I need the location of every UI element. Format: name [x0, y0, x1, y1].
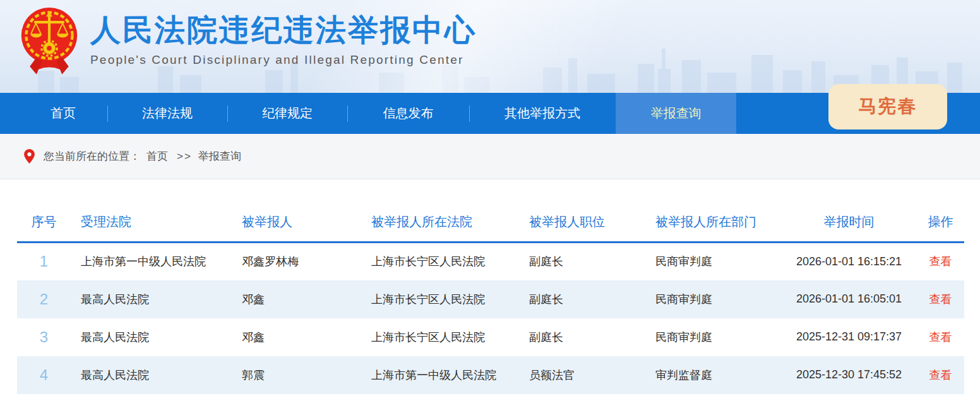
- view-link[interactable]: 查看: [929, 293, 952, 306]
- breadcrumb-separator: >>: [177, 150, 192, 163]
- column-header: 序号: [17, 210, 71, 243]
- nav-item-label: 首页: [51, 105, 76, 122]
- nav-item-label: 信息发布: [383, 105, 434, 122]
- cell-report-time: 2025-12-31 09:17:37: [781, 318, 917, 356]
- nav-item-label: 其他举报方式: [505, 105, 580, 122]
- cell-accepting-court: 最高人民法院: [71, 318, 232, 356]
- cell-person-court: 上海市第一中级人民法院: [361, 356, 519, 394]
- cell-department: 民商审判庭: [645, 280, 781, 318]
- table-row: 2 最高人民法院 邓鑫 上海市长宁区人民法院 副庭长 民商审判庭 2026-01…: [17, 280, 964, 318]
- table-row: 1 上海市第一中级人民法院 邓鑫罗林梅 上海市长宁区人民法院 副庭长 民商审判庭…: [17, 243, 964, 280]
- cell-reported-person: 邓鑫罗林梅: [232, 243, 361, 280]
- table-body: 1 上海市第一中级人民法院 邓鑫罗林梅 上海市长宁区人民法院 副庭长 民商审判庭…: [17, 243, 964, 394]
- title-block: 人民法院违纪违法举报中心 People's Court Disciplinary…: [90, 5, 477, 67]
- table-row: 3 最高人民法院 邓鑫 上海市长宁区人民法院 副庭长 民商审判庭 2025-12…: [17, 318, 964, 356]
- column-header: 被举报人: [232, 210, 361, 243]
- cell-department: 审判监督庭: [645, 356, 781, 394]
- cell-department: 民商审判庭: [645, 243, 781, 280]
- cell-reported-person: 邓鑫: [232, 280, 361, 318]
- cell-action: 查看: [917, 243, 964, 280]
- brand: 人民法院违纪违法举报中心 People's Court Disciplinary…: [18, 5, 477, 85]
- column-header: 受理法院: [71, 210, 232, 243]
- cell-no: 2: [17, 280, 71, 318]
- cell-no: 3: [17, 318, 71, 356]
- nav-item-label: 法律法规: [142, 105, 193, 122]
- column-header: 被举报人所在法院: [361, 210, 519, 243]
- location-pin-icon: [24, 149, 35, 164]
- table-header: 序号受理法院被举报人被举报人所在法院被举报人职位被举报人所在部门举报时间操作: [17, 210, 964, 243]
- cell-no: 4: [17, 356, 71, 394]
- court-emblem-logo: [18, 5, 81, 85]
- cell-report-time: 2026-01-01 16:05:01: [781, 280, 917, 318]
- cell-position: 员额法官: [519, 356, 645, 394]
- breadcrumb-prefix: 您当前所在的位置：: [44, 149, 140, 164]
- cell-accepting-court: 上海市第一中级人民法院: [71, 243, 232, 280]
- cell-action: 查看: [917, 280, 964, 318]
- nav-item[interactable]: 其他举报方式: [469, 93, 616, 134]
- cell-accepting-court: 最高人民法院: [71, 280, 232, 318]
- cell-position: 副庭长: [519, 318, 645, 356]
- view-link[interactable]: 查看: [929, 369, 952, 381]
- view-link[interactable]: 查看: [929, 331, 952, 344]
- cell-department: 民商审判庭: [645, 318, 781, 356]
- cell-report-time: 2025-12-30 17:45:52: [781, 356, 917, 394]
- nav-item-label: 举报查询: [651, 105, 702, 122]
- nav-item[interactable]: 首页: [19, 93, 107, 134]
- column-header: 操作: [917, 210, 964, 243]
- cell-person-court: 上海市长宁区人民法院: [361, 243, 519, 280]
- breadcrumb-home-link[interactable]: 首页: [146, 149, 168, 164]
- cell-person-court: 上海市长宁区人民法院: [361, 318, 519, 356]
- nav-item[interactable]: 信息发布: [347, 93, 469, 134]
- cell-position: 副庭长: [519, 243, 645, 280]
- site-title: 人民法院违纪违法举报中心: [90, 15, 477, 45]
- nav-item[interactable]: 法律法规: [107, 93, 227, 134]
- table-row: 4 最高人民法院 郭震 上海市第一中级人民法院 员额法官 审判监督庭 2025-…: [17, 356, 964, 394]
- user-badge[interactable]: 马宪春: [828, 84, 947, 129]
- cell-position: 副庭长: [519, 280, 645, 318]
- reports-table: 序号受理法院被举报人被举报人所在法院被举报人职位被举报人所在部门举报时间操作 1…: [17, 210, 964, 394]
- cell-accepting-court: 最高人民法院: [71, 356, 232, 394]
- breadcrumb: 您当前所在的位置： 首页 >> 举报查询: [0, 134, 980, 179]
- cell-reported-person: 邓鑫: [232, 318, 361, 356]
- nav-item[interactable]: 纪律规定: [227, 93, 347, 134]
- nav-item-label: 纪律规定: [262, 105, 313, 122]
- table-header-row: 序号受理法院被举报人被举报人所在法院被举报人职位被举报人所在部门举报时间操作: [17, 210, 964, 243]
- breadcrumb-current: 举报查询: [198, 149, 241, 164]
- column-header: 被举报人职位: [519, 210, 645, 243]
- site-header: 人民法院违纪违法举报中心 People's Court Disciplinary…: [0, 0, 980, 93]
- main-content: 序号受理法院被举报人被举报人所在法院被举报人职位被举报人所在部门举报时间操作 1…: [0, 179, 980, 394]
- cell-action: 查看: [917, 318, 964, 356]
- nav-item[interactable]: 举报查询: [616, 93, 736, 134]
- view-link[interactable]: 查看: [929, 255, 952, 268]
- cell-action: 查看: [917, 356, 964, 394]
- cell-person-court: 上海市长宁区人民法院: [361, 280, 519, 318]
- column-header: 举报时间: [781, 210, 917, 243]
- cell-reported-person: 郭震: [232, 356, 361, 394]
- site-subtitle: People's Court Disciplinary and Illegal …: [90, 53, 477, 67]
- column-header: 被举报人所在部门: [645, 210, 781, 243]
- cell-report-time: 2026-01-01 16:15:21: [781, 243, 917, 280]
- top-section: 人民法院违纪违法举报中心 People's Court Disciplinary…: [0, 0, 980, 134]
- cell-no: 1: [17, 243, 71, 280]
